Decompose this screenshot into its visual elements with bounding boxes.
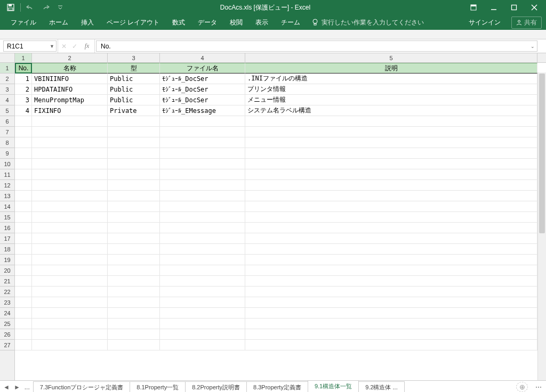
- sheet-tab[interactable]: 9.1構造体一覧: [308, 381, 359, 392]
- cell[interactable]: [160, 127, 245, 137]
- select-all-corner[interactable]: [0, 53, 15, 62]
- cell[interactable]: Private: [108, 105, 160, 116]
- cell[interactable]: [160, 308, 245, 318]
- cell[interactable]: [32, 297, 108, 308]
- cell[interactable]: [245, 308, 537, 318]
- cell[interactable]: [245, 244, 537, 255]
- ribbon-options-button[interactable]: [464, 1, 483, 14]
- cell[interactable]: [32, 137, 108, 148]
- col-header[interactable]: 2: [32, 53, 108, 62]
- row-header[interactable]: 18: [0, 244, 14, 255]
- cell[interactable]: ﾓｼﾞｭｰﾙ_DocSer: [160, 95, 245, 105]
- cell[interactable]: [32, 148, 108, 159]
- cell[interactable]: [108, 137, 160, 148]
- cell[interactable]: [108, 191, 160, 201]
- cell[interactable]: [32, 265, 108, 276]
- cell[interactable]: メニュー情報: [245, 95, 537, 105]
- sheet-next-button[interactable]: ►: [14, 383, 20, 391]
- cell[interactable]: [160, 297, 245, 308]
- tab-file[interactable]: ファイル: [4, 15, 43, 30]
- cell[interactable]: [160, 329, 245, 340]
- cell[interactable]: [108, 201, 160, 212]
- cell[interactable]: No.: [15, 63, 32, 74]
- cell[interactable]: [15, 137, 32, 148]
- sheet-tab[interactable]: 8.2Property説明書: [185, 381, 247, 392]
- cell[interactable]: ファイル名: [160, 63, 245, 74]
- row-header[interactable]: 2: [0, 74, 14, 84]
- row-header[interactable]: 27: [0, 340, 14, 350]
- cell[interactable]: [32, 159, 108, 169]
- tab-data[interactable]: データ: [191, 15, 223, 30]
- cell[interactable]: [15, 329, 32, 340]
- cell[interactable]: [245, 148, 537, 159]
- cell[interactable]: [245, 287, 537, 297]
- cell[interactable]: [160, 212, 245, 223]
- signin-button[interactable]: サインイン: [462, 18, 507, 27]
- vertical-scrollbar[interactable]: [537, 72, 546, 380]
- col-header[interactable]: 5: [245, 53, 537, 62]
- cell[interactable]: [32, 329, 108, 340]
- cell[interactable]: ﾓｼﾞｭｰﾙ_DocSer: [160, 74, 245, 84]
- cell[interactable]: [108, 265, 160, 276]
- cell[interactable]: [160, 148, 245, 159]
- row-header[interactable]: 6: [0, 116, 14, 127]
- tab-team[interactable]: チーム: [275, 15, 307, 30]
- cell[interactable]: [15, 255, 32, 265]
- cell[interactable]: [160, 116, 245, 127]
- cell[interactable]: [160, 137, 245, 148]
- cell[interactable]: [160, 233, 245, 244]
- sheet-tabs-more[interactable]: ⋯: [531, 381, 546, 392]
- cell[interactable]: [15, 191, 32, 201]
- cell[interactable]: [32, 201, 108, 212]
- cell[interactable]: [15, 148, 32, 159]
- cell[interactable]: [15, 276, 32, 287]
- tab-pagelayout[interactable]: ページ レイアウト: [100, 15, 166, 30]
- row-header[interactable]: 5: [0, 105, 14, 116]
- row-header[interactable]: 8: [0, 137, 14, 148]
- cell[interactable]: [32, 255, 108, 265]
- sheet-tab[interactable]: 9.2構造体 ...: [358, 381, 405, 392]
- cell[interactable]: [160, 169, 245, 180]
- cell[interactable]: [108, 308, 160, 318]
- col-header[interactable]: 1: [15, 53, 32, 62]
- cell[interactable]: [32, 180, 108, 191]
- cell[interactable]: [245, 116, 537, 127]
- cell[interactable]: [245, 329, 537, 340]
- cell[interactable]: 1: [15, 74, 32, 84]
- cell[interactable]: [245, 223, 537, 233]
- cell[interactable]: 3: [15, 95, 32, 105]
- cell[interactable]: Public: [108, 74, 160, 84]
- cell[interactable]: [245, 233, 537, 244]
- cell[interactable]: [32, 244, 108, 255]
- cell[interactable]: [32, 340, 108, 350]
- cell[interactable]: プリンタ情報: [245, 84, 537, 95]
- cell[interactable]: [15, 212, 32, 223]
- sheet-prev-button[interactable]: ◄: [3, 383, 10, 391]
- cell[interactable]: [15, 116, 32, 127]
- col-header[interactable]: 4: [160, 53, 245, 62]
- cell[interactable]: [160, 201, 245, 212]
- cell[interactable]: システム名ラベル構造: [245, 105, 537, 116]
- row-header[interactable]: 3: [0, 84, 14, 95]
- formula-cancel-button[interactable]: ✕: [61, 43, 67, 50]
- cell[interactable]: [32, 127, 108, 137]
- cell[interactable]: [160, 180, 245, 191]
- row-header[interactable]: 4: [0, 95, 14, 105]
- sheet-tab[interactable]: 7.3Functionプロシージャ定義書: [33, 381, 130, 392]
- chevron-down-icon[interactable]: ⌄: [531, 44, 535, 49]
- tell-me-search[interactable]: 実行したい作業を入力してください: [307, 18, 429, 27]
- cell[interactable]: HPDATAINFO: [32, 84, 108, 95]
- cell[interactable]: [15, 201, 32, 212]
- formula-input[interactable]: No. ⌄: [96, 40, 537, 52]
- row-header[interactable]: 24: [0, 308, 14, 318]
- cell[interactable]: [108, 297, 160, 308]
- cell[interactable]: [15, 287, 32, 297]
- cell[interactable]: [108, 159, 160, 169]
- name-box[interactable]: R1C1 ▼: [3, 40, 57, 52]
- row-header[interactable]: 26: [0, 329, 14, 340]
- cell[interactable]: [108, 318, 160, 329]
- minimize-button[interactable]: [484, 1, 503, 14]
- cell[interactable]: [108, 287, 160, 297]
- new-sheet-button[interactable]: ⊕: [516, 382, 528, 392]
- cell[interactable]: [108, 340, 160, 350]
